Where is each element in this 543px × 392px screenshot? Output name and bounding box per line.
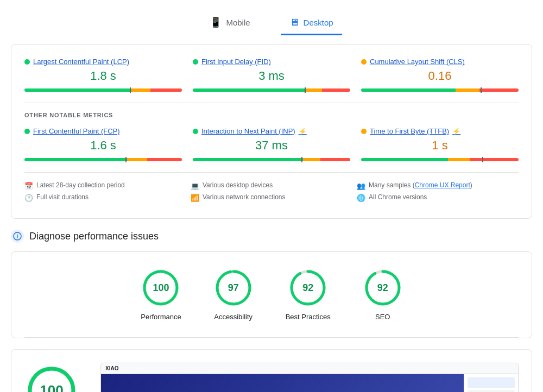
top-metrics-section: Largest Contentful Paint (LCP) 1.8 s Fir… xyxy=(24,58,519,92)
ttfb-label-text: Time to First Byte (TTFB) xyxy=(370,127,449,135)
big-score-number: 100 xyxy=(40,382,63,393)
note-samples-text: Many samples (Chrome UX Report) xyxy=(369,181,472,189)
fid-dot xyxy=(193,59,198,65)
fcp-dot xyxy=(24,129,30,134)
fcp-label[interactable]: First Contentful Paint (FCP) xyxy=(24,127,182,135)
big-score-circle: 100 xyxy=(24,363,79,392)
cls-track xyxy=(361,88,519,92)
screenshot-sidebar xyxy=(464,374,518,392)
footer-col-1: 💻 Various desktop devices 📶 Various netw… xyxy=(191,181,352,205)
lcp-track xyxy=(24,88,182,92)
note-desktop-devices: 💻 Various desktop devices xyxy=(191,181,352,190)
fid-seg-red xyxy=(322,88,350,92)
cls-seg-red xyxy=(479,88,519,92)
ttfb-seg-green xyxy=(361,158,448,161)
inp-info-icon[interactable]: ⚡ xyxy=(299,128,307,135)
note-visit-durations: 🕐 Full visit durations xyxy=(24,193,186,202)
lcp-label[interactable]: Largest Contentful Paint (LCP) xyxy=(24,58,182,66)
inp-dot xyxy=(193,129,198,134)
inp-marker xyxy=(301,157,302,162)
tab-mobile[interactable]: 📱 Mobile xyxy=(201,11,258,35)
tab-mobile-label: Mobile xyxy=(226,18,250,27)
lcp-value: 1.8 s xyxy=(24,69,182,83)
screenshot-preview: XIAO What is WordPress? xyxy=(100,363,519,392)
seo-label: SEO xyxy=(375,313,390,321)
best-practices-label: Best Practices xyxy=(286,313,331,321)
fid-seg-green xyxy=(193,88,306,92)
footer-col-2: 👥 Many samples (Chrome UX Report) 🌐 All … xyxy=(357,181,519,205)
note-samples: 👥 Many samples (Chrome UX Report) xyxy=(357,181,519,190)
ttfb-info-icon[interactable]: ⚡ xyxy=(452,128,460,135)
screenshot-content: What is WordPress? xyxy=(101,374,464,392)
inp-track xyxy=(193,158,350,161)
inp-label[interactable]: Interaction to Next Paint (INP) ⚡ xyxy=(193,127,350,135)
ttfb-seg-orange xyxy=(448,158,470,161)
device-icon: 💻 xyxy=(191,182,199,190)
ttfb-progress xyxy=(361,158,519,161)
score-accessibility: 97 Accessibility xyxy=(214,268,253,321)
fid-label[interactable]: First Input Delay (FID) xyxy=(193,58,350,66)
metric-ttfb: Time to First Byte (TTFB) ⚡ 1 s xyxy=(361,127,519,161)
fcp-seg-orange xyxy=(127,158,148,161)
screenshot-sidebar-item xyxy=(468,377,515,388)
desktop-icon: 🖥 xyxy=(289,17,299,28)
fid-track xyxy=(193,88,350,92)
inp-value: 37 ms xyxy=(193,138,350,153)
note-visit-text: Full visit durations xyxy=(36,193,89,201)
lcp-label-text: Largest Contentful Paint (LCP) xyxy=(33,58,129,66)
seo-circle: 92 xyxy=(363,268,402,307)
fcp-value: 1.6 s xyxy=(24,138,182,153)
seo-score: 92 xyxy=(377,282,388,294)
users-icon: 👥 xyxy=(357,182,365,190)
score-performance: 100 Performance xyxy=(141,268,181,321)
cls-label[interactable]: Cumulative Layout Shift (CLS) xyxy=(361,58,519,66)
performance-label: Performance xyxy=(141,313,181,321)
clock-icon: 🕐 xyxy=(24,194,33,202)
cls-seg-green xyxy=(361,88,456,92)
scores-card: 100 Performance 97 Accessibility xyxy=(11,251,532,338)
lcp-seg-orange xyxy=(131,88,150,92)
accessibility-circle: 97 xyxy=(214,268,253,307)
fcp-label-text: First Contentful Paint (FCP) xyxy=(33,127,120,135)
preview-area: 100 XIAO What is WordPress? xyxy=(11,349,532,392)
ttfb-seg-red xyxy=(470,158,519,161)
lcp-seg-red xyxy=(150,88,182,92)
cls-marker xyxy=(481,87,482,93)
inp-label-text: Interaction to Next Paint (INP) xyxy=(201,127,295,135)
fcp-track xyxy=(24,158,182,161)
inp-seg-orange xyxy=(303,158,320,161)
note-collection-period: 📅 Latest 28-day collection period xyxy=(24,181,186,190)
scores-row: 100 Performance 97 Accessibility xyxy=(24,268,519,321)
fcp-marker xyxy=(125,157,127,162)
calendar-icon: 📅 xyxy=(24,182,33,190)
wifi-icon: 📶 xyxy=(191,194,199,202)
screenshot-header-text: XIAO xyxy=(101,363,518,374)
mobile-icon: 📱 xyxy=(210,16,222,28)
cls-progress xyxy=(361,88,519,92)
note-desktop-text: Various desktop devices xyxy=(203,181,273,189)
score-best-practices: 92 Best Practices xyxy=(286,268,331,321)
inp-seg-red xyxy=(320,158,350,161)
metric-cls: Cumulative Layout Shift (CLS) 0.16 xyxy=(361,58,519,92)
fcp-seg-red xyxy=(147,158,182,161)
other-metrics-label: OTHER NOTABLE METRICS xyxy=(24,112,519,118)
chrome-ux-report-link[interactable]: Chrome UX Report xyxy=(415,181,470,189)
accessibility-score: 97 xyxy=(228,282,239,294)
inp-progress xyxy=(193,158,350,161)
note-chrome-versions: 🌐 All Chrome versions xyxy=(357,193,519,202)
ttfb-dot xyxy=(361,129,367,134)
best-practices-circle: 92 xyxy=(288,268,327,307)
fid-value: 3 ms xyxy=(193,69,350,83)
fid-progress xyxy=(193,88,350,92)
cls-seg-orange xyxy=(456,88,479,92)
fcp-progress xyxy=(24,158,182,161)
tab-desktop[interactable]: 🖥 Desktop xyxy=(281,11,342,35)
note-chrome-text: All Chrome versions xyxy=(369,193,427,201)
lcp-dot xyxy=(24,59,30,65)
ttfb-marker xyxy=(482,157,483,162)
ttfb-label[interactable]: Time to First Byte (TTFB) ⚡ xyxy=(361,127,519,135)
lcp-marker xyxy=(130,87,131,93)
metrics-card: Largest Contentful Paint (LCP) 1.8 s Fir… xyxy=(11,44,532,219)
ttfb-track xyxy=(361,158,519,161)
tab-bar: 📱 Mobile 🖥 Desktop xyxy=(11,11,532,35)
